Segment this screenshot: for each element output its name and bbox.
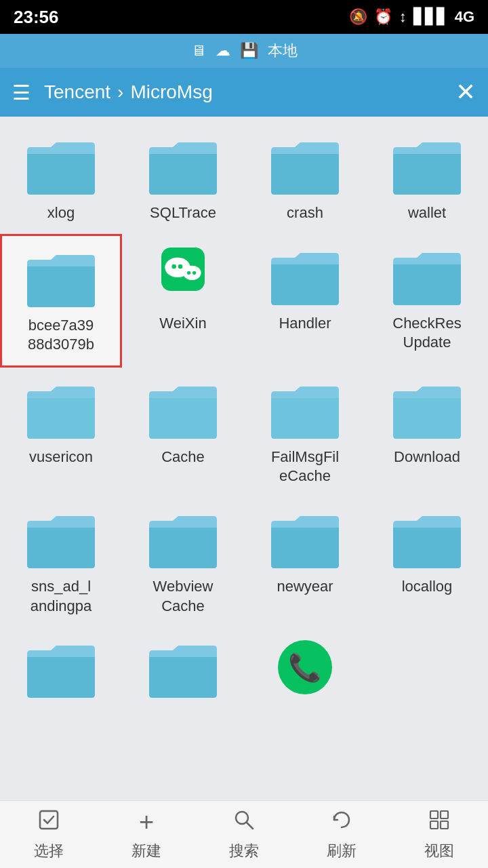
folder-name-crash: crash [287,203,323,223]
svg-point-4 [187,271,190,274]
folder-unknown1[interactable] [0,627,122,717]
nav-select-label: 选择 [34,841,64,861]
folder-name-download: Download [394,448,460,467]
new-icon: + [139,808,154,837]
select-icon [37,808,60,837]
svg-rect-9 [430,811,438,818]
file-grid: xlog SQLTrace crash wallet bcee7a39 [0,117,488,724]
folder-name-sqltrace: SQLTrace [150,203,216,223]
folder-icon-weixin [146,248,220,309]
svg-rect-6 [40,811,58,829]
breadcrumb-micromsg[interactable]: MicroMsg [130,81,212,103]
sdcard-icon: 💾 [240,42,258,60]
folder-name-failmsgfilecache: FailMsgFileCache [271,448,339,486]
folder-icon-vusericon [24,381,98,442]
folder-name-weixin: WeiXin [159,314,206,334]
folder-name-xlog: xlog [47,203,75,223]
folder-icon-locallog [390,511,464,572]
menu-button[interactable]: ☰ [12,81,30,104]
nav-search-label: 搜索 [229,841,259,861]
refresh-icon [330,808,353,837]
folder-icon-checkresupdate [390,248,464,309]
folder-icon-wallet [390,137,464,198]
status-icons: 🔕 ⏰ ↕ ▋▋▋ 4G [349,8,474,26]
folder-name-sns-ad: sns_ad_landingpa [30,577,92,616]
folder-newyear[interactable]: newyear [244,497,366,627]
close-button[interactable]: ✕ [455,78,476,106]
nav-new-label: 新建 [131,841,161,861]
content-area: xlog SQLTrace crash wallet bcee7a39 [0,117,488,799]
folder-vusericon[interactable]: vusericon [0,368,122,497]
folder-icon-webviewcache [146,511,220,572]
alarm-icon: ⏰ [374,8,392,26]
folder-xlog[interactable]: xlog [0,123,122,234]
folder-checkresupdate[interactable]: CheckResUpdate [366,234,488,368]
folder-icon-unknown1 [24,640,98,701]
folder-icon-crash [268,137,342,198]
folder-download[interactable]: Download [366,368,488,497]
folder-handler[interactable]: Handler [244,234,366,368]
location-label: 本地 [268,41,298,61]
wechat-badge [161,248,205,291]
folder-webviewcache[interactable]: WebviewCache [122,497,244,627]
bars-icon: ▋▋▋ [413,8,448,26]
view-icon [428,808,451,837]
network-label: 4G [455,8,474,26]
svg-rect-11 [430,821,438,829]
svg-point-5 [192,271,196,274]
folder-locallog[interactable]: locallog [366,497,488,627]
nav-refresh-label: 刷新 [327,841,357,861]
folder-crash[interactable]: crash [244,123,366,234]
folder-icon-xlog [24,137,98,198]
folder-name-newyear: newyear [277,577,333,597]
toolbar: ☰ Tencent › MicroMsg ✕ [0,68,488,117]
folder-name-handler: Handler [279,314,331,334]
folder-sqltrace[interactable]: SQLTrace [122,123,244,234]
folder-unknown3[interactable]: 📞 [244,627,366,717]
folder-name-webviewcache: WebviewCache [153,577,214,616]
folder-cache[interactable]: Cache [122,368,244,497]
folder-bcee7a39[interactable]: bcee7a3988d3079b [0,234,122,368]
folder-icon-failmsgfilecache [268,381,342,442]
folder-icon-handler [268,248,342,309]
breadcrumb: Tencent › MicroMsg [44,81,455,103]
svg-line-8 [247,823,253,829]
nav-search[interactable]: 搜索 [229,808,259,861]
svg-rect-12 [441,821,448,829]
status-time: 23:56 [14,7,59,28]
nav-select[interactable]: 选择 [34,808,64,861]
svg-rect-10 [441,811,448,818]
folder-sns-ad[interactable]: sns_ad_landingpa [0,497,122,627]
folder-icon-sns-ad [24,511,98,572]
nav-refresh[interactable]: 刷新 [327,808,357,861]
nav-new[interactable]: + 新建 [131,808,161,861]
nav-view[interactable]: 视图 [424,808,454,861]
bottom-nav: 选择 + 新建 搜索 刷新 视图 [0,800,488,868]
folder-weixin[interactable]: WeiXin [122,234,244,368]
folder-icon-bcee7a39 [24,250,98,311]
folder-name-wallet: wallet [408,203,446,223]
search-icon [232,808,256,837]
folder-unknown2[interactable] [122,627,244,717]
folder-icon-cache [146,381,220,442]
folder-name-locallog: locallog [402,577,453,597]
location-bar: 🖥 ☁ 💾 本地 [0,34,488,68]
breadcrumb-tencent[interactable]: Tencent [44,81,110,103]
signal-icon: ↕ [399,8,407,26]
cloud-icon: ☁ [216,42,230,60]
status-bar: 23:56 🔕 ⏰ ↕ ▋▋▋ 4G [0,0,488,34]
svg-point-3 [183,265,201,279]
folder-name-cache: Cache [161,448,205,467]
folder-icon-download [390,381,464,442]
folder-name-bcee7a39: bcee7a3988d3079b [28,316,94,355]
folder-icon-unknown3: 📞 [268,640,342,701]
folder-icon-unknown2 [146,640,220,701]
monitor-icon: 🖥 [191,42,206,60]
folder-name-vusericon: vusericon [29,448,93,467]
folder-icon-newyear [268,511,342,572]
folder-failmsgfilecache[interactable]: FailMsgFileCache [244,368,366,497]
folder-name-checkresupdate: CheckResUpdate [392,314,461,353]
svg-point-1 [171,264,176,269]
folder-wallet[interactable]: wallet [366,123,488,234]
nav-view-label: 视图 [424,841,454,861]
